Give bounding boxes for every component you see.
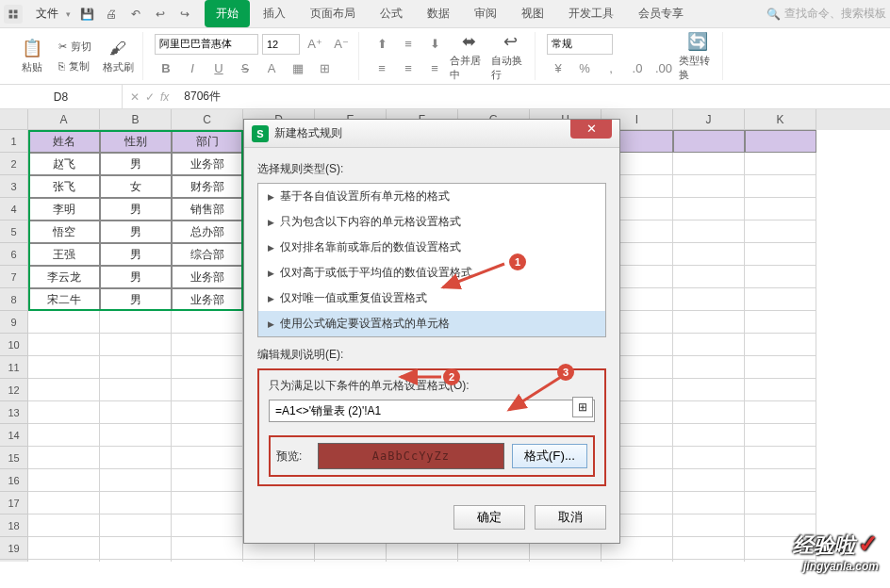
format-button[interactable]: 格式(F)... bbox=[512, 444, 587, 468]
row-header-2[interactable]: 2 bbox=[0, 153, 28, 175]
align-bottom-icon[interactable]: ⬇ bbox=[423, 34, 446, 55]
cell-A19[interactable] bbox=[28, 537, 100, 560]
cell-K17[interactable] bbox=[745, 492, 816, 514]
cell-C10[interactable] bbox=[172, 334, 243, 356]
cell-B6[interactable]: 男 bbox=[100, 243, 172, 266]
comma-icon[interactable]: , bbox=[600, 58, 622, 79]
tab-review[interactable]: 审阅 bbox=[463, 0, 508, 27]
cell-J19[interactable] bbox=[673, 537, 745, 560]
cell-A13[interactable] bbox=[28, 401, 100, 424]
strike-button[interactable]: S̶ bbox=[234, 58, 256, 79]
paste-button[interactable]: 📋 粘贴 bbox=[13, 38, 51, 74]
font-size-combo[interactable] bbox=[262, 34, 300, 55]
formula-condition-input[interactable] bbox=[269, 400, 595, 422]
font-color-icon[interactable]: A bbox=[260, 58, 283, 79]
row-header-15[interactable]: 15 bbox=[0, 447, 28, 469]
align-top-icon[interactable]: ⬆ bbox=[371, 34, 393, 55]
cell-C9[interactable] bbox=[172, 311, 243, 334]
cell-B5[interactable]: 男 bbox=[100, 220, 172, 243]
cancel-formula-icon[interactable]: ✕ bbox=[130, 90, 140, 104]
cell-J16[interactable] bbox=[673, 469, 745, 492]
cell-K3[interactable] bbox=[745, 175, 816, 198]
increase-font-icon[interactable]: A⁺ bbox=[304, 34, 326, 55]
rule-item-2[interactable]: ▶仅对排名靠前或靠后的数值设置格式 bbox=[258, 235, 605, 260]
cell-A6[interactable]: 王强 bbox=[28, 243, 100, 266]
row-header-7[interactable]: 7 bbox=[0, 266, 28, 288]
cell-B20[interactable] bbox=[100, 560, 172, 562]
cell-J13[interactable] bbox=[673, 401, 745, 424]
cell-B10[interactable] bbox=[100, 334, 172, 356]
qat-btn-2[interactable]: 🖨 bbox=[101, 4, 122, 24]
cell-G20[interactable] bbox=[458, 560, 530, 562]
type-convert-button[interactable]: 🔄 类型转换 bbox=[679, 31, 717, 82]
cell-B13[interactable] bbox=[100, 401, 172, 424]
format-painter-button[interactable]: 🖌 格式刷 bbox=[99, 39, 137, 74]
range-selector-button[interactable]: ⊞ bbox=[572, 397, 593, 417]
decrease-font-icon[interactable]: A⁻ bbox=[330, 34, 353, 55]
cell-B19[interactable] bbox=[100, 537, 172, 560]
fx-icon[interactable]: fx bbox=[160, 90, 169, 104]
tab-member[interactable]: 会员专享 bbox=[627, 0, 695, 27]
bold-button[interactable]: B bbox=[155, 58, 177, 79]
cell-C11[interactable] bbox=[172, 356, 243, 379]
rule-item-1[interactable]: ▶只为包含以下内容的单元格设置格式 bbox=[258, 209, 605, 235]
cell-A20[interactable] bbox=[28, 560, 100, 562]
cell-C5[interactable]: 总办部 bbox=[172, 220, 243, 243]
align-middle-icon[interactable]: ≡ bbox=[397, 34, 420, 55]
row-header-14[interactable]: 14 bbox=[0, 424, 28, 447]
cell-K14[interactable] bbox=[745, 424, 816, 447]
font-name-combo[interactable] bbox=[155, 34, 258, 55]
align-right-icon[interactable]: ≡ bbox=[423, 58, 446, 79]
tab-view[interactable]: 视图 bbox=[510, 0, 555, 27]
column-header-C[interactable]: C bbox=[172, 109, 243, 130]
number-format-combo[interactable] bbox=[547, 34, 613, 55]
row-header-5[interactable]: 5 bbox=[0, 220, 28, 243]
file-menu-arrow-icon[interactable]: ▾ bbox=[66, 9, 71, 19]
increase-decimal-icon[interactable]: .00 bbox=[652, 58, 675, 79]
cell-B15[interactable] bbox=[100, 447, 172, 469]
save-icon[interactable]: 💾 bbox=[76, 4, 97, 24]
cell-A8[interactable]: 宋二牛 bbox=[28, 288, 100, 311]
align-center-icon[interactable]: ≡ bbox=[397, 58, 420, 79]
tab-formula[interactable]: 公式 bbox=[369, 0, 414, 27]
cell-I20[interactable] bbox=[602, 560, 673, 562]
cell-A4[interactable]: 李明 bbox=[28, 198, 100, 220]
cell-K9[interactable] bbox=[745, 311, 816, 334]
cell-A2[interactable]: 赵飞 bbox=[28, 153, 100, 175]
search-box[interactable]: 🔍 查找命令、搜索模板 bbox=[766, 6, 886, 22]
cell-K15[interactable] bbox=[745, 447, 816, 469]
cell-A7[interactable]: 李云龙 bbox=[28, 266, 100, 288]
cell-C12[interactable] bbox=[172, 379, 243, 401]
cell-C18[interactable] bbox=[172, 514, 243, 537]
cell-J11[interactable] bbox=[673, 356, 745, 379]
cell-B2[interactable]: 男 bbox=[100, 153, 172, 175]
cell-A16[interactable] bbox=[28, 469, 100, 492]
confirm-formula-icon[interactable]: ✓ bbox=[145, 90, 155, 104]
tab-start[interactable]: 开始 bbox=[205, 0, 250, 27]
cell-C6[interactable]: 综合部 bbox=[172, 243, 243, 266]
rule-item-3[interactable]: ▶仅对高于或低于平均值的数值设置格式 bbox=[258, 260, 605, 286]
cell-J18[interactable] bbox=[673, 514, 745, 537]
row-header-11[interactable]: 11 bbox=[0, 356, 28, 379]
column-header-A[interactable]: A bbox=[28, 109, 100, 130]
dialog-close-button[interactable]: ✕ bbox=[570, 120, 612, 139]
undo-icon[interactable]: ↩ bbox=[150, 4, 171, 24]
cell-C8[interactable]: 业务部 bbox=[172, 288, 243, 311]
cell-B1[interactable]: 性别 bbox=[100, 130, 172, 153]
merge-center-button[interactable]: ⬌ 合并居中 bbox=[450, 31, 487, 82]
cell-J15[interactable] bbox=[673, 447, 745, 469]
cell-C20[interactable] bbox=[172, 560, 243, 562]
file-menu[interactable]: 文件 bbox=[28, 6, 66, 22]
column-header-K[interactable]: K bbox=[745, 109, 816, 130]
cell-B12[interactable] bbox=[100, 379, 172, 401]
cell-J20[interactable] bbox=[673, 560, 745, 562]
cell-A18[interactable] bbox=[28, 514, 100, 537]
cell-K4[interactable] bbox=[745, 198, 816, 220]
underline-button[interactable]: U bbox=[207, 58, 230, 79]
cell-J6[interactable] bbox=[673, 243, 745, 266]
cell-A15[interactable] bbox=[28, 447, 100, 469]
cell-C4[interactable]: 销售部 bbox=[172, 198, 243, 220]
rule-item-5[interactable]: ▶使用公式确定要设置格式的单元格 bbox=[258, 311, 605, 336]
row-header-10[interactable]: 10 bbox=[0, 334, 28, 356]
cell-K10[interactable] bbox=[745, 334, 816, 356]
